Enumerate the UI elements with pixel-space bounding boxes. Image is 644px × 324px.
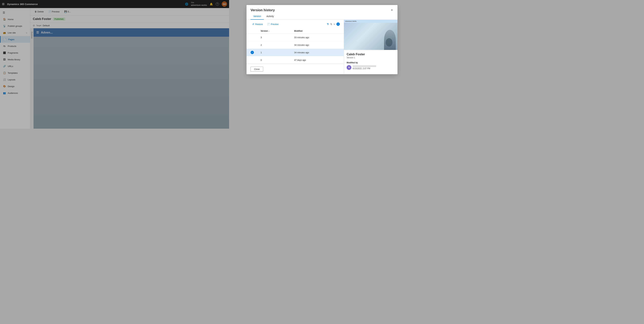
modal-overlay: Version history × Version Activity [0,0,229,129]
